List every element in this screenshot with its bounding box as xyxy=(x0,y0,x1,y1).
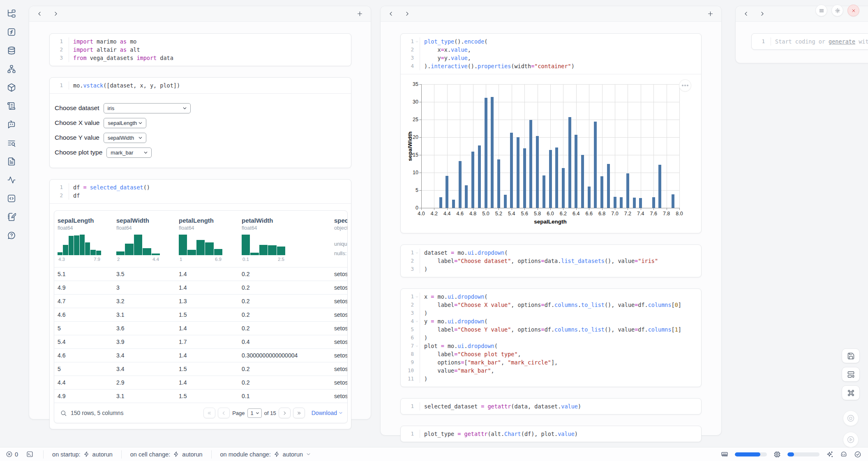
download-button[interactable]: Download xyxy=(312,410,343,416)
function-square-icon[interactable] xyxy=(7,28,16,37)
column-header-petalLength[interactable]: petalLengthfloat6416.9 xyxy=(179,217,242,262)
code-token: (). xyxy=(468,63,478,69)
altair-bar-chart[interactable]: 4.04.24.44.64.85.05.25.45.65.86.06.26.46… xyxy=(406,78,695,227)
y-tick-label: 0 xyxy=(408,205,418,211)
notebook-cell[interactable]: 1import marimo as mo2import altair as al… xyxy=(49,33,351,66)
table-row[interactable]: 53.61.40.2setosa xyxy=(54,321,347,335)
runtime-config-1[interactable]: on startup:autorun xyxy=(44,451,121,458)
notebook-cell[interactable]: 1mo.vstack([dataset, x, y, plot])Choose … xyxy=(49,77,351,168)
table-row[interactable]: 4.63.41.40.3000000000000004setosa xyxy=(54,348,347,362)
terminal-icon[interactable] xyxy=(26,451,33,458)
error-indicator[interactable]: 0 xyxy=(6,451,18,458)
stop-button[interactable] xyxy=(843,410,859,426)
add-column-icon[interactable] xyxy=(356,10,363,17)
dropdown-select[interactable]: iris xyxy=(104,103,191,113)
code-editor[interactable]: 1df = selected_dataset()2df xyxy=(50,180,351,203)
column-header-sepalLength[interactable]: sepalLengthfloat644.37.9 xyxy=(58,217,116,262)
page-select[interactable]: 1 xyxy=(247,408,262,418)
scroll-left-icon[interactable] xyxy=(37,11,43,17)
code-editor[interactable]: 1dataset = mo.ui.dropdown(2 label="Choos… xyxy=(401,245,701,277)
generate-link[interactable]: generate xyxy=(829,38,855,45)
code-editor[interactable]: 1plot_type = getattr(alt.Chart(df), plot… xyxy=(401,426,701,442)
file-text-icon[interactable] xyxy=(7,157,16,166)
command-palette-button[interactable] xyxy=(842,385,860,400)
menu-icon[interactable] xyxy=(815,5,827,16)
code-editor[interactable]: 1selected_dataset = getattr(data, datase… xyxy=(401,399,701,414)
notebook-cell[interactable]: 1plot_type().encode(2 x=x.value,3 y=y.va… xyxy=(400,33,702,233)
kernel-status-icon[interactable] xyxy=(854,451,861,458)
bar xyxy=(459,161,462,208)
dependency-graph-icon[interactable] xyxy=(7,65,16,74)
settings-gear-icon[interactable] xyxy=(831,5,843,16)
memory-icon[interactable] xyxy=(721,451,728,458)
code-editor[interactable]: 1mo.vstack([dataset, x, y, plot]) xyxy=(50,78,351,93)
copilot-icon[interactable] xyxy=(840,451,847,458)
line-number: 1 xyxy=(404,402,414,410)
activity-icon[interactable] xyxy=(7,175,16,184)
save-button[interactable] xyxy=(842,348,860,363)
code-token: "Choose plot type" xyxy=(457,351,517,357)
code-snippets-icon[interactable] xyxy=(7,194,16,203)
chart-menu-icon[interactable] xyxy=(679,79,691,92)
scroll-right-icon[interactable] xyxy=(404,11,410,17)
prev-page-button[interactable] xyxy=(218,408,230,418)
fold-chevron-icon[interactable] xyxy=(414,293,420,301)
scroll-right-icon[interactable] xyxy=(759,11,765,17)
empty-code-editor[interactable]: 1Start coding or generate with xyxy=(752,34,868,49)
runtime-config-3[interactable]: on module change:autorun xyxy=(212,451,320,458)
list-search-icon[interactable] xyxy=(7,138,16,148)
table-cell: 0.2 xyxy=(242,295,334,308)
code-editor[interactable]: 1x = mo.ui.dropdown(2 label="Choose X va… xyxy=(401,289,701,387)
table-row[interactable]: 53.41.50.2setosa xyxy=(54,362,347,376)
column-header-sepalWidth[interactable]: sepalWidthfloat6424.4 xyxy=(116,217,179,262)
code-token: , options xyxy=(511,302,541,308)
chat-help-icon[interactable] xyxy=(7,231,16,240)
fold-chevron-icon[interactable] xyxy=(414,342,420,350)
notebook-cell[interactable]: 1df = selected_dataset()2dfsepalLengthfl… xyxy=(49,179,351,429)
table-row[interactable]: 5.13.51.40.2setosa xyxy=(54,267,347,281)
layout-button[interactable] xyxy=(842,367,860,382)
last-page-button[interactable] xyxy=(293,408,305,418)
table-row[interactable]: 4.93.11.50.1setosa xyxy=(54,389,347,403)
notebook-cell[interactable]: 1dataset = mo.ui.dropdown(2 label="Choos… xyxy=(400,244,702,277)
search-icon[interactable] xyxy=(60,410,67,417)
runtime-config-2[interactable]: on cell change:autorun xyxy=(122,451,211,458)
code-token: ([dataset, x, y, plot]) xyxy=(103,82,180,89)
table-row[interactable]: 5.43.91.70.4setosa xyxy=(54,335,347,348)
notebook-cell[interactable]: 1plot_type = getattr(alt.Chart(df), plot… xyxy=(400,426,702,442)
notebook-cell[interactable]: 1x = mo.ui.dropdown(2 label="Choose X va… xyxy=(400,288,702,387)
scroll-left-icon[interactable] xyxy=(743,11,749,17)
notebook-pen-icon[interactable] xyxy=(7,212,16,221)
table-row[interactable]: 4.73.21.30.2setosa xyxy=(54,294,347,308)
database-icon[interactable] xyxy=(7,46,16,55)
dropdown-select[interactable]: sepalWidth xyxy=(104,133,146,143)
fold-chevron-icon[interactable] xyxy=(414,249,420,257)
dropdown-select[interactable]: mark_bar xyxy=(106,148,152,158)
ai-sparkles-icon[interactable] xyxy=(826,451,833,458)
notebook-cell[interactable]: 1Start coding or generate with xyxy=(751,33,868,50)
bot-chat-icon[interactable] xyxy=(7,120,16,129)
file-tree-icon[interactable] xyxy=(7,9,16,18)
scroll-log-icon[interactable] xyxy=(7,101,16,111)
fold-chevron-icon[interactable] xyxy=(414,317,420,325)
close-icon[interactable] xyxy=(847,5,859,16)
table-row[interactable]: 4.63.11.50.2setosa xyxy=(54,308,347,321)
next-page-button[interactable] xyxy=(279,408,291,418)
code-editor[interactable]: 1import marimo as mo2import altair as al… xyxy=(50,34,351,66)
column-header-petalWidth[interactable]: petalWidthfloat640.12.5 xyxy=(242,217,334,262)
notebook-cell[interactable]: 1selected_dataset = getattr(data, datase… xyxy=(400,398,702,415)
cpu-icon[interactable] xyxy=(773,451,781,458)
table-row[interactable]: 4.931.40.2setosa xyxy=(54,281,347,294)
code-editor[interactable]: 1plot_type().encode(2 x=x.value,3 y=y.va… xyxy=(401,34,701,74)
scroll-left-icon[interactable] xyxy=(388,11,394,17)
run-button[interactable] xyxy=(843,432,859,447)
scroll-right-icon[interactable] xyxy=(53,11,59,17)
package-icon[interactable] xyxy=(7,83,16,92)
table-row[interactable]: 4.42.91.40.2setosa xyxy=(54,376,347,389)
code-token: selected_dataset xyxy=(90,184,143,191)
dropdown-select[interactable]: sepalLength xyxy=(104,118,146,128)
add-column-icon[interactable] xyxy=(707,10,714,17)
first-page-button[interactable] xyxy=(203,408,215,418)
fold-chevron-icon[interactable] xyxy=(414,37,420,46)
column-header-species[interactable]: speciesobjectunique:nulls: xyxy=(334,217,348,262)
